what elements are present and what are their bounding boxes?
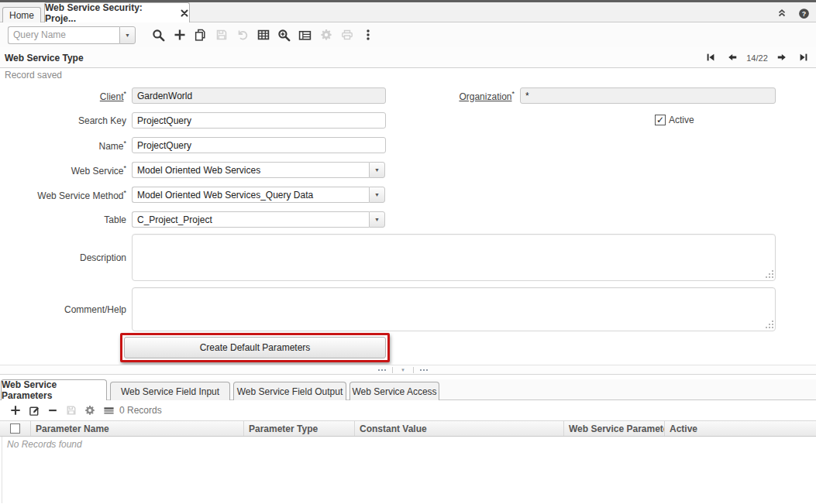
- required-mark: *: [123, 189, 126, 197]
- select-all-checkbox[interactable]: [10, 423, 20, 434]
- column-parameter-name[interactable]: Parameter Name: [31, 421, 244, 436]
- print-icon[interactable]: [336, 25, 357, 45]
- comment-help-field[interactable]: [132, 287, 776, 331]
- column-web-service-parameter[interactable]: Web Service Parameters: [564, 421, 665, 436]
- select-all-cell: [0, 421, 31, 436]
- edit-record-icon[interactable]: [25, 402, 43, 419]
- comment-help-label: Comment/Help: [0, 304, 126, 315]
- column-constant-value[interactable]: Constant Value: [355, 421, 564, 436]
- search-icon[interactable]: [148, 25, 169, 45]
- tab-web-service-parameters[interactable]: Web Service Parameters: [1, 379, 107, 400]
- field-row-comment-help: Comment/Help: [0, 287, 776, 331]
- required-mark: *: [123, 90, 126, 98]
- splitter-handle[interactable]: ▼: [372, 367, 434, 373]
- client-field[interactable]: [132, 87, 386, 104]
- splitter-collapse-icon[interactable]: ▼: [392, 367, 413, 373]
- query-name-input[interactable]: [8, 26, 119, 44]
- web-service-dropdown-button[interactable]: ▼: [369, 162, 385, 178]
- panel-splitter[interactable]: ▼: [0, 365, 816, 375]
- required-mark: *: [123, 164, 126, 172]
- field-row-client: Client*: [0, 87, 386, 104]
- first-record-icon[interactable]: [704, 51, 718, 63]
- web-service-method-dropdown-button[interactable]: ▼: [369, 187, 385, 203]
- query-name-combo: ▼: [8, 26, 136, 44]
- description-label: Description: [0, 252, 126, 263]
- title-row: Web Service Type 14/22: [0, 47, 816, 68]
- help-icon[interactable]: ?: [797, 7, 811, 19]
- page-title: Web Service Type: [5, 53, 84, 63]
- close-tab-icon[interactable]: [180, 9, 189, 18]
- web-service-method-value[interactable]: [132, 187, 369, 203]
- undo-icon[interactable]: [232, 25, 253, 45]
- required-mark: *: [123, 139, 126, 147]
- web-service-value[interactable]: [132, 162, 369, 178]
- more-actions-icon[interactable]: [357, 25, 378, 45]
- main-toolbar: ▼: [0, 22, 816, 47]
- query-dropdown-button[interactable]: ▼: [119, 26, 136, 44]
- new-record-icon[interactable]: [169, 25, 190, 45]
- web-service-method-label: Web Service Method*: [0, 189, 126, 201]
- last-record-icon[interactable]: [797, 51, 811, 63]
- parameters-table-body: No Records found: [2, 437, 815, 503]
- tab-home-label: Home: [9, 10, 34, 21]
- previous-record-icon[interactable]: [725, 51, 739, 63]
- search-key-label: Search Key: [0, 115, 126, 126]
- tab-web-service-security[interactable]: Web Service Security: Proje...: [44, 2, 190, 22]
- copy-record-icon[interactable]: [190, 25, 211, 45]
- active-checkbox[interactable]: [655, 115, 666, 125]
- table-select: ▼: [132, 211, 387, 228]
- column-active[interactable]: Active: [665, 421, 816, 436]
- chevron-down-icon: ▼: [374, 167, 380, 173]
- new-record-icon[interactable]: [6, 402, 25, 419]
- name-field[interactable]: [132, 137, 386, 153]
- field-row-search-key: Search Key: [0, 112, 386, 129]
- splitter-dots-icon: [413, 367, 434, 373]
- required-mark: *: [511, 90, 515, 98]
- create-default-parameters-button[interactable]: Create Default Parameters: [124, 337, 386, 358]
- status-message: Record saved: [5, 70, 62, 81]
- field-row-name: Name*: [0, 137, 386, 153]
- active-label: Active: [669, 115, 694, 125]
- svg-text:?: ?: [801, 9, 805, 17]
- save-icon[interactable]: [211, 25, 232, 45]
- tab-web-service-security-label: Web Service Security: Proje...: [45, 2, 174, 24]
- client-label[interactable]: Client*: [0, 90, 126, 102]
- tab-web-service-field-input[interactable]: Web Service Field Input: [110, 382, 230, 400]
- search-key-field[interactable]: [132, 112, 386, 129]
- description-field[interactable]: [132, 234, 776, 281]
- table-dropdown-button[interactable]: ▼: [369, 211, 385, 228]
- zoom-icon[interactable]: [274, 25, 294, 45]
- process-gear-icon[interactable]: [315, 25, 336, 45]
- organization-field[interactable]: [520, 87, 776, 104]
- field-row-table: Table ▼: [0, 211, 387, 228]
- report-icon[interactable]: [294, 25, 315, 45]
- field-row-active: Active: [655, 115, 694, 125]
- web-service-select: ▼: [132, 162, 387, 178]
- chevron-down-icon: ▼: [125, 33, 130, 38]
- detail-tabstrip: Web Service Parameters Web Service Field…: [0, 379, 816, 400]
- parameters-table-header: Parameter Name Parameter Type Constant V…: [0, 420, 816, 437]
- customize-gear-icon[interactable]: [81, 402, 99, 419]
- records-count: 0 Records: [119, 405, 162, 416]
- web-service-label: Web Service*: [0, 164, 126, 177]
- chevrons-up-icon[interactable]: [775, 7, 789, 19]
- web-service-method-select: ▼: [132, 187, 387, 203]
- tab-web-service-field-output[interactable]: Web Service Field Output: [233, 382, 346, 400]
- delete-record-icon[interactable]: [43, 402, 62, 419]
- toggle-grid-icon[interactable]: [253, 25, 274, 45]
- tab-home[interactable]: Home: [2, 7, 41, 22]
- application-window: Home Web Service Security: Proje... ? ▼: [0, 0, 816, 504]
- table-value[interactable]: [132, 211, 369, 228]
- tab-web-service-access[interactable]: Web Service Access: [349, 382, 439, 400]
- field-row-web-service: Web Service* ▼: [0, 162, 387, 178]
- field-row-organization: Organization*: [453, 87, 776, 104]
- save-icon[interactable]: [62, 402, 81, 419]
- toggle-list-icon[interactable]: [99, 402, 118, 419]
- field-row-description: Description: [0, 234, 776, 281]
- organization-label[interactable]: Organization*: [453, 90, 515, 102]
- field-row-web-service-method: Web Service Method* ▼: [0, 187, 387, 203]
- detail-toolbar: 0 Records: [0, 400, 816, 420]
- column-parameter-type[interactable]: Parameter Type: [244, 421, 355, 436]
- name-label: Name*: [0, 139, 126, 152]
- next-record-icon[interactable]: [775, 51, 789, 63]
